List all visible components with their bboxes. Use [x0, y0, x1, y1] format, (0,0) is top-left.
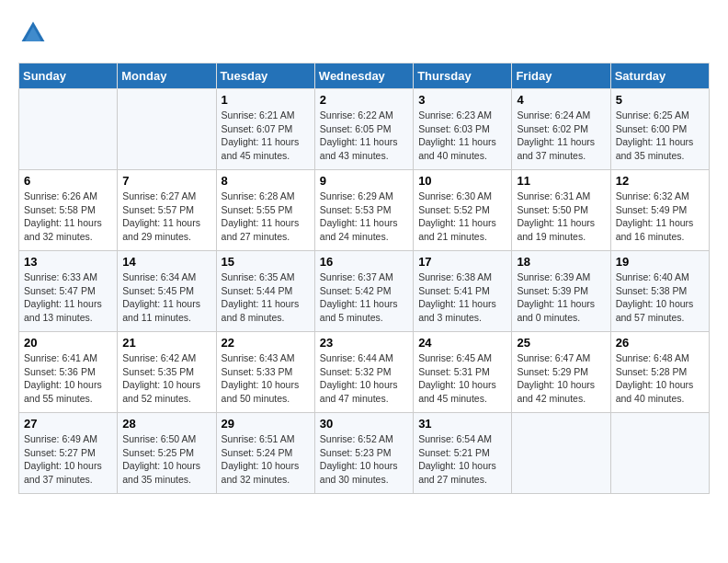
day-number: 2 [320, 93, 408, 107]
calendar-cell: 5Sunrise: 6:25 AM Sunset: 6:00 PM Daylig… [610, 89, 709, 170]
logo-icon [18, 18, 48, 48]
day-header-friday: Friday [512, 63, 610, 89]
week-row-5: 27Sunrise: 6:49 AM Sunset: 5:27 PM Dayli… [19, 413, 710, 494]
day-number: 1 [222, 93, 310, 107]
day-info: Sunrise: 6:31 AM Sunset: 5:50 PM Dayligh… [517, 190, 605, 244]
day-info: Sunrise: 6:40 AM Sunset: 5:38 PM Dayligh… [616, 270, 704, 325]
day-info: Sunrise: 6:27 AM Sunset: 5:57 PM Dayligh… [122, 190, 210, 244]
day-info: Sunrise: 6:30 AM Sunset: 5:52 PM Dayligh… [418, 190, 506, 244]
day-info: Sunrise: 6:43 AM Sunset: 5:33 PM Dayligh… [222, 351, 310, 406]
calendar-cell: 29Sunrise: 6:51 AM Sunset: 5:24 PM Dayli… [216, 413, 314, 494]
week-row-1: 1Sunrise: 6:21 AM Sunset: 6:07 PM Daylig… [19, 89, 710, 170]
day-number: 24 [418, 336, 506, 350]
day-info: Sunrise: 6:45 AM Sunset: 5:31 PM Dayligh… [418, 351, 506, 406]
calendar-cell: 3Sunrise: 6:23 AM Sunset: 6:03 PM Daylig… [414, 89, 512, 170]
calendar-cell: 20Sunrise: 6:41 AM Sunset: 5:36 PM Dayli… [19, 332, 118, 413]
day-info: Sunrise: 6:23 AM Sunset: 6:03 PM Dayligh… [418, 109, 506, 163]
calendar-cell: 19Sunrise: 6:40 AM Sunset: 5:38 PM Dayli… [610, 251, 709, 332]
calendar-cell: 8Sunrise: 6:28 AM Sunset: 5:55 PM Daylig… [216, 170, 314, 251]
day-number: 25 [517, 336, 605, 350]
day-info: Sunrise: 6:38 AM Sunset: 5:41 PM Dayligh… [418, 270, 506, 325]
calendar-cell: 21Sunrise: 6:42 AM Sunset: 5:35 PM Dayli… [118, 332, 216, 413]
day-info: Sunrise: 6:47 AM Sunset: 5:29 PM Dayligh… [517, 351, 605, 406]
day-info: Sunrise: 6:25 AM Sunset: 6:00 PM Dayligh… [616, 109, 704, 163]
calendar-cell: 23Sunrise: 6:44 AM Sunset: 5:32 PM Dayli… [314, 332, 413, 413]
header-row: SundayMondayTuesdayWednesdayThursdayFrid… [19, 63, 710, 89]
day-info: Sunrise: 6:26 AM Sunset: 5:58 PM Dayligh… [24, 190, 112, 244]
day-header-wednesday: Wednesday [314, 63, 413, 89]
day-number: 31 [418, 417, 506, 431]
calendar-cell [610, 413, 709, 494]
week-row-2: 6Sunrise: 6:26 AM Sunset: 5:58 PM Daylig… [19, 170, 710, 251]
page-header [18, 18, 710, 48]
calendar-cell: 18Sunrise: 6:39 AM Sunset: 5:39 PM Dayli… [512, 251, 610, 332]
calendar-cell: 2Sunrise: 6:22 AM Sunset: 6:05 PM Daylig… [314, 89, 413, 170]
calendar-cell: 22Sunrise: 6:43 AM Sunset: 5:33 PM Dayli… [216, 332, 314, 413]
calendar-cell: 4Sunrise: 6:24 AM Sunset: 6:02 PM Daylig… [512, 89, 610, 170]
day-number: 4 [517, 93, 605, 107]
day-info: Sunrise: 6:35 AM Sunset: 5:44 PM Dayligh… [222, 270, 310, 325]
day-info: Sunrise: 6:24 AM Sunset: 6:02 PM Dayligh… [517, 109, 605, 163]
day-info: Sunrise: 6:28 AM Sunset: 5:55 PM Dayligh… [222, 190, 310, 244]
calendar-cell: 12Sunrise: 6:32 AM Sunset: 5:49 PM Dayli… [610, 170, 709, 251]
day-number: 17 [418, 255, 506, 269]
calendar-cell: 30Sunrise: 6:52 AM Sunset: 5:23 PM Dayli… [314, 413, 413, 494]
calendar-cell: 26Sunrise: 6:48 AM Sunset: 5:28 PM Dayli… [610, 332, 709, 413]
day-info: Sunrise: 6:41 AM Sunset: 5:36 PM Dayligh… [24, 351, 112, 406]
day-header-thursday: Thursday [414, 63, 512, 89]
day-header-tuesday: Tuesday [216, 63, 314, 89]
day-number: 30 [320, 417, 408, 431]
calendar-cell: 28Sunrise: 6:50 AM Sunset: 5:25 PM Dayli… [118, 413, 216, 494]
week-row-4: 20Sunrise: 6:41 AM Sunset: 5:36 PM Dayli… [19, 332, 710, 413]
day-header-saturday: Saturday [610, 63, 709, 89]
calendar-cell: 7Sunrise: 6:27 AM Sunset: 5:57 PM Daylig… [118, 170, 216, 251]
calendar-cell: 14Sunrise: 6:34 AM Sunset: 5:45 PM Dayli… [118, 251, 216, 332]
day-number: 26 [616, 336, 704, 350]
day-info: Sunrise: 6:50 AM Sunset: 5:25 PM Dayligh… [122, 432, 210, 487]
calendar-cell: 11Sunrise: 6:31 AM Sunset: 5:50 PM Dayli… [512, 170, 610, 251]
calendar-cell: 24Sunrise: 6:45 AM Sunset: 5:31 PM Dayli… [414, 332, 512, 413]
calendar-cell: 25Sunrise: 6:47 AM Sunset: 5:29 PM Dayli… [512, 332, 610, 413]
day-number: 9 [320, 174, 408, 188]
day-number: 22 [222, 336, 310, 350]
day-info: Sunrise: 6:54 AM Sunset: 5:21 PM Dayligh… [418, 432, 506, 487]
day-number: 14 [122, 255, 210, 269]
day-info: Sunrise: 6:32 AM Sunset: 5:49 PM Dayligh… [616, 190, 704, 244]
calendar-cell: 6Sunrise: 6:26 AM Sunset: 5:58 PM Daylig… [19, 170, 118, 251]
day-info: Sunrise: 6:29 AM Sunset: 5:53 PM Dayligh… [320, 190, 408, 244]
day-info: Sunrise: 6:42 AM Sunset: 5:35 PM Dayligh… [122, 351, 210, 406]
day-number: 10 [418, 174, 506, 188]
calendar-cell: 13Sunrise: 6:33 AM Sunset: 5:47 PM Dayli… [19, 251, 118, 332]
day-number: 11 [517, 174, 605, 188]
day-number: 3 [418, 93, 506, 107]
calendar-cell [118, 89, 216, 170]
day-info: Sunrise: 6:49 AM Sunset: 5:27 PM Dayligh… [24, 432, 112, 487]
calendar-cell: 1Sunrise: 6:21 AM Sunset: 6:07 PM Daylig… [216, 89, 314, 170]
day-info: Sunrise: 6:44 AM Sunset: 5:32 PM Dayligh… [320, 351, 408, 406]
day-number: 6 [24, 174, 112, 188]
day-info: Sunrise: 6:51 AM Sunset: 5:24 PM Dayligh… [222, 432, 310, 487]
day-header-monday: Monday [118, 63, 216, 89]
calendar-cell: 10Sunrise: 6:30 AM Sunset: 5:52 PM Dayli… [414, 170, 512, 251]
day-info: Sunrise: 6:22 AM Sunset: 6:05 PM Dayligh… [320, 109, 408, 163]
day-number: 29 [222, 417, 310, 431]
calendar-cell: 31Sunrise: 6:54 AM Sunset: 5:21 PM Dayli… [414, 413, 512, 494]
day-number: 15 [222, 255, 310, 269]
calendar-cell: 27Sunrise: 6:49 AM Sunset: 5:27 PM Dayli… [19, 413, 118, 494]
day-number: 16 [320, 255, 408, 269]
day-number: 23 [320, 336, 408, 350]
day-number: 27 [24, 417, 112, 431]
calendar-cell [19, 89, 118, 170]
day-number: 20 [24, 336, 112, 350]
day-number: 19 [616, 255, 704, 269]
logo [18, 18, 53, 48]
day-info: Sunrise: 6:52 AM Sunset: 5:23 PM Dayligh… [320, 432, 408, 487]
day-header-sunday: Sunday [19, 63, 118, 89]
day-number: 12 [616, 174, 704, 188]
day-number: 5 [616, 93, 704, 107]
calendar-table: SundayMondayTuesdayWednesdayThursdayFrid… [18, 63, 710, 494]
week-row-3: 13Sunrise: 6:33 AM Sunset: 5:47 PM Dayli… [19, 251, 710, 332]
day-number: 8 [222, 174, 310, 188]
calendar-cell: 9Sunrise: 6:29 AM Sunset: 5:53 PM Daylig… [314, 170, 413, 251]
day-number: 18 [517, 255, 605, 269]
